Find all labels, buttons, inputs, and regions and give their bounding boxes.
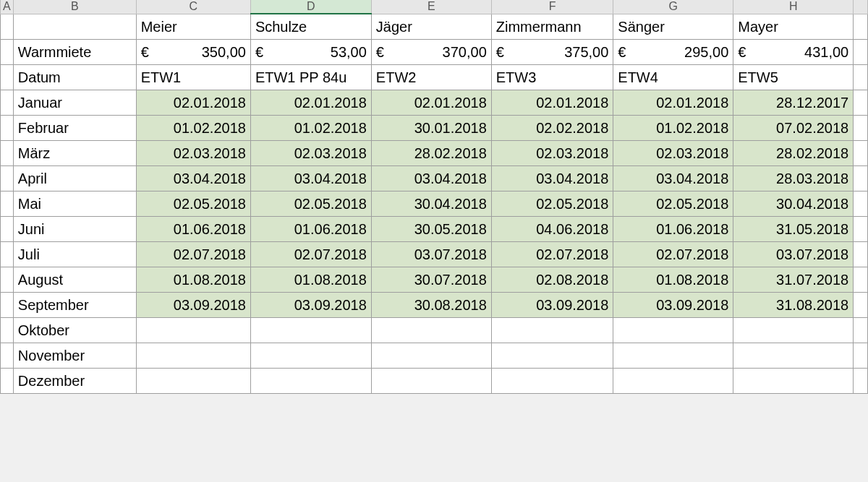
date-cell[interactable]: 02.07.2018: [491, 241, 613, 267]
date-cell[interactable]: 03.07.2018: [371, 241, 491, 267]
date-cell[interactable]: 01.08.2018: [613, 267, 733, 292]
col-header-H[interactable]: H: [733, 0, 854, 14]
date-cell[interactable]: 03.09.2018: [136, 292, 250, 317]
cell[interactable]: [854, 317, 868, 343]
date-cell[interactable]: 30.08.2018: [371, 292, 491, 317]
rent-cell[interactable]: €375,00: [491, 39, 613, 64]
date-cell[interactable]: [613, 317, 733, 343]
date-cell[interactable]: 02.07.2018: [250, 241, 371, 267]
date-cell[interactable]: 02.05.2018: [136, 191, 250, 216]
date-cell[interactable]: 02.02.2018: [491, 115, 613, 140]
month-label[interactable]: April: [13, 165, 136, 191]
tenant-cell[interactable]: Jäger: [371, 14, 491, 39]
cell[interactable]: [854, 216, 868, 241]
cell[interactable]: [1, 140, 14, 165]
date-cell[interactable]: 28.12.2017: [733, 90, 854, 115]
month-label[interactable]: November: [13, 343, 136, 368]
date-cell[interactable]: 02.08.2018: [491, 267, 613, 292]
date-cell[interactable]: 03.04.2018: [613, 165, 733, 191]
date-cell[interactable]: [613, 368, 733, 393]
date-cell[interactable]: [491, 343, 613, 368]
date-cell[interactable]: [371, 343, 491, 368]
cell[interactable]: [854, 140, 868, 165]
cell[interactable]: [854, 292, 868, 317]
cell[interactable]: [1, 368, 14, 393]
col-header-A[interactable]: A: [1, 0, 14, 14]
date-cell[interactable]: 03.09.2018: [613, 292, 733, 317]
month-label[interactable]: September: [13, 292, 136, 317]
month-label[interactable]: Mai: [13, 191, 136, 216]
cell[interactable]: [854, 368, 868, 393]
date-cell[interactable]: [733, 343, 854, 368]
date-cell[interactable]: 03.04.2018: [136, 165, 250, 191]
col-header-B[interactable]: B: [13, 0, 136, 14]
cell[interactable]: [1, 241, 14, 267]
tenant-cell[interactable]: Sänger: [613, 14, 733, 39]
date-cell[interactable]: [733, 368, 854, 393]
col-header-tail[interactable]: [854, 0, 868, 14]
cell[interactable]: [1, 292, 14, 317]
date-cell[interactable]: [371, 368, 491, 393]
month-label[interactable]: Januar: [13, 90, 136, 115]
date-cell[interactable]: 02.01.2018: [371, 90, 491, 115]
col-header-C[interactable]: C: [136, 0, 250, 14]
rent-cell[interactable]: €53,00: [250, 39, 371, 64]
date-cell[interactable]: 28.02.2018: [371, 140, 491, 165]
date-cell[interactable]: 03.07.2018: [733, 241, 854, 267]
cell[interactable]: [854, 343, 868, 368]
date-cell[interactable]: 01.08.2018: [250, 267, 371, 292]
cell[interactable]: [1, 165, 14, 191]
cell[interactable]: [1, 39, 14, 64]
unit-code-cell[interactable]: ETW1 PP 84u: [250, 64, 371, 90]
date-cell[interactable]: 02.03.2018: [491, 140, 613, 165]
date-cell[interactable]: 01.02.2018: [613, 115, 733, 140]
date-cell[interactable]: 31.07.2018: [733, 267, 854, 292]
date-cell[interactable]: 02.05.2018: [491, 191, 613, 216]
rent-cell[interactable]: €370,00: [371, 39, 491, 64]
cell[interactable]: [1, 90, 14, 115]
col-header-D[interactable]: D: [250, 0, 371, 14]
cell[interactable]: [854, 267, 868, 292]
unit-code-cell[interactable]: ETW4: [613, 64, 733, 90]
date-cell[interactable]: 28.03.2018: [733, 165, 854, 191]
cell[interactable]: [1, 216, 14, 241]
cell[interactable]: [1, 191, 14, 216]
date-cell[interactable]: 02.01.2018: [250, 90, 371, 115]
cell[interactable]: [854, 14, 868, 39]
date-cell[interactable]: 02.05.2018: [250, 191, 371, 216]
month-label[interactable]: Juli: [13, 241, 136, 267]
date-cell[interactable]: 02.01.2018: [613, 90, 733, 115]
cell[interactable]: [854, 165, 868, 191]
date-cell[interactable]: 01.06.2018: [613, 216, 733, 241]
cell[interactable]: [1, 14, 14, 39]
date-cell[interactable]: 30.04.2018: [733, 191, 854, 216]
unit-code-cell[interactable]: ETW1: [136, 64, 250, 90]
date-cell[interactable]: [136, 368, 250, 393]
date-cell[interactable]: 02.01.2018: [136, 90, 250, 115]
cell[interactable]: [854, 64, 868, 90]
date-cell[interactable]: 03.09.2018: [491, 292, 613, 317]
row-label-warmmiete[interactable]: Warmmiete: [13, 39, 136, 64]
date-cell[interactable]: [250, 343, 371, 368]
date-cell[interactable]: [613, 343, 733, 368]
tenant-cell[interactable]: Meier: [136, 14, 250, 39]
cell[interactable]: [854, 191, 868, 216]
tenant-cell[interactable]: Mayer: [733, 14, 854, 39]
rent-cell[interactable]: €350,00: [136, 39, 250, 64]
cell[interactable]: [1, 115, 14, 140]
cell[interactable]: [854, 90, 868, 115]
date-cell[interactable]: 31.05.2018: [733, 216, 854, 241]
date-cell[interactable]: 03.09.2018: [250, 292, 371, 317]
col-header-G[interactable]: G: [613, 0, 733, 14]
date-cell[interactable]: 02.03.2018: [613, 140, 733, 165]
unit-code-cell[interactable]: ETW2: [371, 64, 491, 90]
cell[interactable]: [13, 14, 136, 39]
date-cell[interactable]: [136, 317, 250, 343]
date-cell[interactable]: 02.03.2018: [250, 140, 371, 165]
date-cell[interactable]: [371, 317, 491, 343]
cell[interactable]: [854, 241, 868, 267]
month-label[interactable]: Dezember: [13, 368, 136, 393]
date-cell[interactable]: 01.06.2018: [250, 216, 371, 241]
date-cell[interactable]: 28.02.2018: [733, 140, 854, 165]
date-cell[interactable]: 01.08.2018: [136, 267, 250, 292]
